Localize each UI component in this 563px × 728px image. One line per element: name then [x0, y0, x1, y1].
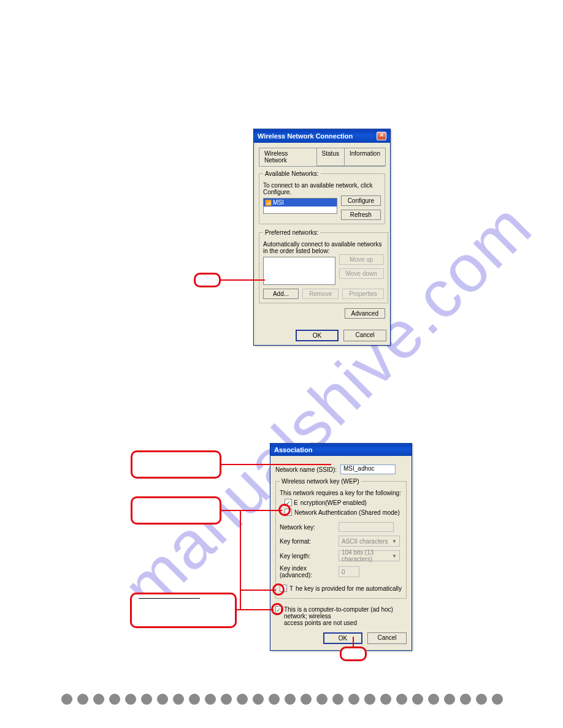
callout-click-add	[194, 273, 221, 287]
available-legend: Available Networks:	[263, 170, 321, 177]
chevron-down-icon: ▼	[392, 553, 397, 559]
connector-line	[353, 637, 354, 648]
callout-wep	[131, 496, 221, 525]
cancel-button[interactable]: Cancel	[343, 330, 386, 341]
adhoc-label-line1: his is a computer-to-computer (ad hoc) n…	[284, 606, 393, 620]
key-format-label: Key format:	[280, 538, 335, 545]
key-format-select: ASCII characters▼	[339, 536, 400, 547]
connector-line	[221, 279, 265, 281]
adhoc-label-line2: ccess points are not used	[288, 620, 357, 626]
available-networks-group: Available Networks: To connect to an ava…	[259, 170, 385, 224]
close-icon[interactable]: ✕	[377, 132, 386, 140]
key-provided-label: he key is provided for me automatically	[296, 585, 402, 592]
chevron-down-icon: ▼	[392, 539, 397, 544]
highlight-circle	[278, 504, 291, 516]
key-length-value: 104 bits (13 characters)	[342, 549, 389, 563]
encryption-label: ncryption(WEP enabled)	[301, 499, 367, 506]
advanced-button[interactable]: Advanced	[345, 308, 385, 319]
preferred-listbox[interactable]	[263, 257, 335, 285]
connector-line	[240, 510, 241, 609]
preferred-hint: Automatically connect to available netwo…	[263, 241, 384, 254]
preferred-legend: Preferred networks:	[263, 229, 320, 236]
highlight-circle	[271, 603, 283, 615]
wep-group: Wireless network key (WEP) This network …	[275, 478, 407, 599]
available-hint: To connect to an available network, clic…	[263, 182, 381, 195]
titlebar: Association	[270, 444, 412, 456]
refresh-button[interactable]: Refresh	[341, 210, 381, 220]
callout-ssid	[131, 450, 221, 479]
page-divider-dots	[61, 694, 503, 705]
connector-line	[240, 590, 276, 591]
window-title: Wireless Network Connection	[258, 132, 353, 140]
tab-information[interactable]: Information	[344, 148, 386, 166]
antenna-icon: 📶	[265, 200, 272, 206]
key-index-spinner: 0	[339, 566, 359, 577]
tab-strip: Wireless Network Status Information	[259, 148, 385, 167]
add-button[interactable]: Add...	[263, 289, 299, 299]
list-item[interactable]: 📶 MSI	[264, 199, 337, 207]
network-name: MSI	[273, 199, 284, 206]
key-length-select: 104 bits (13 characters)▼	[339, 550, 400, 561]
underline	[139, 598, 200, 599]
properties-button: Properties	[342, 289, 384, 299]
ok-button[interactable]: OK	[296, 330, 339, 341]
highlight-circle	[272, 583, 285, 596]
remove-button: Remove	[302, 289, 339, 299]
network-key-label: Network key:	[280, 524, 335, 531]
connector-line	[240, 510, 282, 511]
callout-click-ok	[340, 646, 367, 661]
ok-button[interactable]: OK	[323, 632, 362, 644]
window-title: Association	[274, 446, 312, 453]
association-window: Association Network name (SSID): MSI_adh…	[270, 443, 412, 651]
key-format-value: ASCII characters	[342, 538, 388, 545]
tab-wireless-network[interactable]: Wireless Network	[259, 148, 317, 166]
connector-line	[221, 510, 240, 511]
tab-status[interactable]: Status	[316, 148, 345, 166]
available-listbox[interactable]: 📶 MSI	[263, 198, 337, 214]
key-length-label: Key length:	[280, 553, 335, 559]
configure-button[interactable]: Configure	[341, 195, 381, 206]
wireless-connection-window: Wireless Network Connection ✕ Wireless N…	[253, 129, 391, 346]
auth-label: Network Authentication (Shared mode)	[294, 509, 400, 516]
cancel-button[interactable]: Cancel	[367, 632, 407, 644]
wep-hint: This network requires a key for the foll…	[280, 490, 402, 496]
preferred-networks-group: Preferred networks: Automatically connec…	[259, 229, 388, 303]
ssid-input[interactable]: MSI_adhoc	[340, 464, 396, 474]
titlebar: Wireless Network Connection ✕	[254, 129, 390, 143]
ssid-label: Network name (SSID):	[275, 466, 337, 473]
network-key-input	[339, 522, 394, 532]
key-index-value: 0	[339, 569, 348, 575]
wep-legend: Wireless network key (WEP)	[280, 478, 361, 485]
connector-line	[237, 609, 274, 610]
key-index-label: Key index (advanced):	[280, 565, 335, 578]
movedown-button: Move down	[339, 268, 384, 279]
moveup-button: Move up	[339, 254, 384, 265]
connector-line	[221, 464, 331, 465]
